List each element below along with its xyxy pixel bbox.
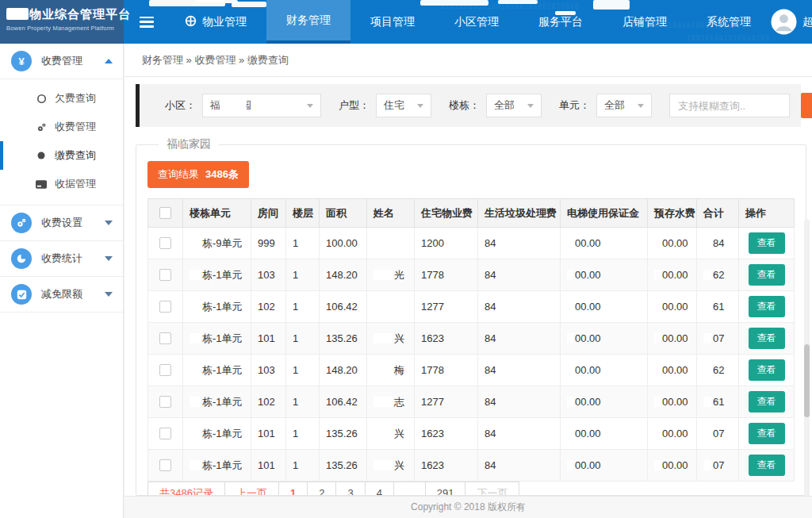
redaction-blob xyxy=(190,238,201,248)
community-select[interactable]: 福临家园 xyxy=(202,94,321,117)
sidebar-group-label: 收费统计 xyxy=(41,251,105,266)
sidebar-group[interactable]: 减免限额 xyxy=(0,277,123,313)
redaction-blob xyxy=(567,301,573,312)
pagination-page[interactable]: 1 xyxy=(278,482,308,496)
row-checkbox[interactable] xyxy=(159,428,171,439)
filter-bar: 小区： 福临家园 户型： 住宅 楼栋： xyxy=(136,84,801,127)
unit-select[interactable]: 全部 xyxy=(596,94,652,117)
cell-unit: 栋-1单元 xyxy=(183,418,251,450)
row-checkbox[interactable] xyxy=(159,332,171,344)
redaction-blob xyxy=(703,397,711,407)
redaction-blob xyxy=(654,270,661,280)
row-checkbox[interactable] xyxy=(159,301,171,313)
gear-icon xyxy=(11,213,32,233)
chevron-down-icon xyxy=(527,104,534,108)
redaction-blob xyxy=(190,397,201,407)
pagination-page[interactable]: 3 xyxy=(335,482,365,496)
view-button[interactable]: 查看 xyxy=(749,328,785,349)
user-avatar[interactable] xyxy=(771,9,797,35)
pie-icon xyxy=(11,248,32,269)
cell-action: 查看 xyxy=(739,259,795,291)
topnav-item[interactable]: 系统管理 xyxy=(687,0,771,44)
topnav-item[interactable]: 小区管理 xyxy=(435,0,519,44)
select-all-checkbox[interactable] xyxy=(159,207,171,219)
cell-elevator-deposit: 00.00 xyxy=(561,386,648,418)
chevron-down-icon xyxy=(105,292,113,297)
redaction-blob xyxy=(373,365,393,375)
sidebar-subitem[interactable]: 欠费查询 xyxy=(0,84,123,113)
redaction-blob xyxy=(654,333,661,343)
sidebar-subitem[interactable]: 收费管理 xyxy=(0,113,123,141)
topnav-item[interactable]: 项目管理 xyxy=(350,0,435,44)
user-name[interactable]: 超级管理员 xyxy=(802,15,812,29)
row-checkbox[interactable] xyxy=(159,269,171,281)
user-area: 超级管理员 签到 xyxy=(771,0,812,44)
row-checkbox[interactable] xyxy=(159,364,171,376)
sidebar-group[interactable]: ¥ 收费管理 xyxy=(0,44,123,79)
cell-total: 61 xyxy=(697,291,739,323)
scrollbar-thumb[interactable] xyxy=(804,344,810,417)
sidebar-subitem[interactable]: 收据管理 xyxy=(0,170,123,198)
globe-icon xyxy=(185,15,197,29)
app-window: 物业综合管理平台 Bowen Property Management Platf… xyxy=(0,0,812,518)
row-checkbox[interactable] xyxy=(159,396,171,408)
view-button[interactable]: 查看 xyxy=(749,391,785,412)
circle-filled-icon xyxy=(35,151,48,160)
sidebar-subitem-label: 收据管理 xyxy=(55,177,96,191)
view-button[interactable]: 查看 xyxy=(749,264,785,286)
redaction-blob xyxy=(654,428,661,439)
search-input[interactable] xyxy=(669,94,790,117)
cell-room: 101 xyxy=(251,450,286,482)
view-button[interactable]: 查看 xyxy=(749,232,785,254)
building-select[interactable]: 全部 xyxy=(486,94,542,117)
view-button[interactable]: 查看 xyxy=(749,296,785,317)
cell-property-fee: 1200 xyxy=(415,228,478,259)
topnav-item[interactable]: 店铺管理 xyxy=(603,0,687,44)
pagination-total[interactable]: 共3486记录 xyxy=(147,482,225,496)
pagination-page[interactable]: 4 xyxy=(365,482,394,496)
scrollbar[interactable] xyxy=(804,219,810,496)
cell-room: 103 xyxy=(251,355,286,386)
cell-water-prepaid: 00.00 xyxy=(648,450,697,482)
sidebar-group-label: 减免限额 xyxy=(41,287,105,301)
cell-water-prepaid: 00.00 xyxy=(648,418,697,450)
result-count-badge: 查询结果3486条 xyxy=(147,161,249,188)
chevron-down-icon xyxy=(105,256,113,261)
row-checkbox[interactable] xyxy=(159,237,171,249)
row-checkbox[interactable] xyxy=(159,459,171,471)
redaction-blob xyxy=(190,428,201,439)
pagination-next[interactable]: 下一页 xyxy=(465,482,519,496)
breadcrumb: 财务管理 » 收费管理 » 缴费查询 xyxy=(124,44,812,77)
redaction-blob xyxy=(190,333,201,343)
cell-floor: 1 xyxy=(286,386,320,418)
redaction-blob xyxy=(654,397,661,407)
view-button[interactable]: 查看 xyxy=(749,423,785,444)
pagination-page[interactable]: 2 xyxy=(307,482,336,496)
cell-total: 07 xyxy=(697,418,739,450)
type-select[interactable]: 住宅 xyxy=(376,94,431,117)
sidebar-group[interactable]: 收费设置 xyxy=(0,205,123,241)
redaction-blob xyxy=(703,428,711,439)
topnav-item-label: 系统管理 xyxy=(707,15,751,29)
sidebar-group[interactable]: 收费统计 xyxy=(0,241,123,277)
topnav-item[interactable]: 物业管理 xyxy=(165,0,266,44)
redaction-blob xyxy=(703,365,711,375)
section-title: 福临家园 xyxy=(159,137,219,152)
pagination-prev[interactable]: 上一页 xyxy=(224,482,279,496)
topnav-item[interactable]: 服务平台 xyxy=(519,0,603,44)
search-button[interactable]: 查询 xyxy=(801,93,812,118)
redaction-blob xyxy=(567,238,573,248)
cell-property-fee: 1623 xyxy=(415,450,478,482)
pagination-page[interactable]: 291 xyxy=(425,482,466,496)
redaction-blob xyxy=(190,365,201,375)
topnav-item[interactable]: 财务管理 xyxy=(266,0,350,44)
view-button[interactable]: 查看 xyxy=(749,359,785,381)
view-button[interactable]: 查看 xyxy=(749,455,785,476)
table-header-row: 楼栋单元房间楼层面积姓名住宅物业费生活垃圾处理费电梯使用保证金预存水费合计操作 xyxy=(148,199,795,228)
pagination-page[interactable]: ... xyxy=(393,482,426,496)
cell-total: 84 xyxy=(697,228,739,259)
redaction-blob xyxy=(654,365,661,375)
menu-toggle-icon[interactable] xyxy=(140,17,154,28)
sidebar-subitem[interactable]: 缴费查询 xyxy=(0,141,123,170)
column-header: 楼栋单元 xyxy=(183,199,251,228)
